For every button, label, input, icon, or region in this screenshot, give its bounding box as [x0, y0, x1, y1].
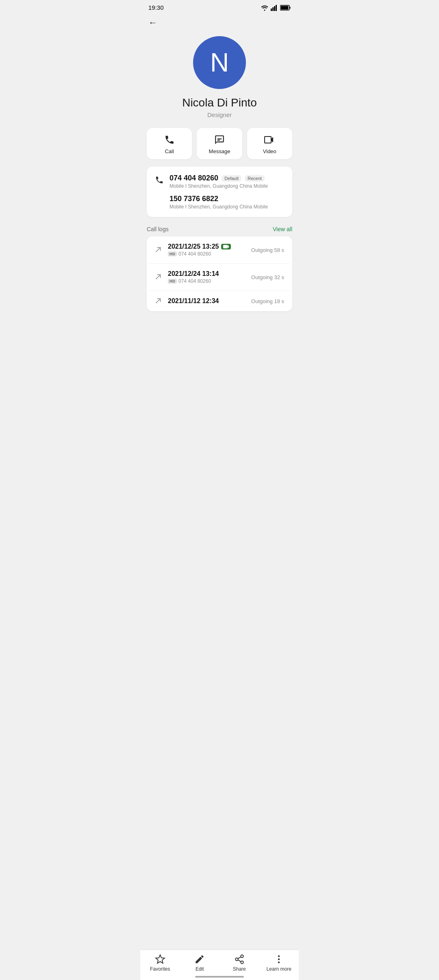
call-log-item-3[interactable]: 2021/11/12 12:34 Outgoing 18 s	[149, 291, 290, 311]
badge-recent: Recent	[245, 175, 265, 182]
battery-icon	[280, 5, 291, 11]
avatar: N	[193, 36, 246, 89]
call-log-card: 2021/12/25 13:25 HD 074 404 80260 Outgoi…	[147, 236, 292, 311]
outgoing-arrow-icon-3	[155, 297, 162, 305]
call-duration-3: Outgoing 18 s	[251, 298, 284, 304]
phone-sub-1: Mobile I Shenzhen, Guangdong China Mobil…	[170, 183, 284, 189]
message-icon	[214, 134, 225, 145]
phone-icon	[164, 134, 175, 145]
outgoing-arrow-icon-1	[155, 246, 162, 254]
phone-number-icon	[155, 176, 164, 184]
action-buttons-row: Call Message Video	[147, 128, 292, 159]
video-button[interactable]: Video	[247, 128, 292, 159]
call-datetime-1: 2021/12/25 13:25	[168, 243, 247, 250]
phone-numbers-info: 074 404 80260 Default Recent Mobile I Sh…	[170, 174, 284, 210]
view-all-button[interactable]: View all	[273, 226, 292, 232]
video-label: Video	[263, 148, 276, 154]
call-number-text-2: 074 404 80260	[178, 278, 211, 284]
call-datetime-2: 2021/12/24 13:14	[168, 270, 247, 278]
call-logs-header: Call logs View all	[140, 224, 299, 236]
phone-number-row-1: 074 404 80260 Default Recent	[170, 174, 284, 182]
phone-entry-1: 074 404 80260 Default Recent Mobile I Sh…	[155, 174, 284, 210]
wifi-icon	[261, 4, 269, 11]
contact-name: Nicola Di Pinto	[140, 96, 299, 109]
call-duration-1: Outgoing 58 s	[251, 247, 284, 253]
call-info-1: 2021/12/25 13:25 HD 074 404 80260	[168, 243, 247, 257]
call-info-3: 2021/11/12 12:34	[168, 297, 247, 305]
svg-rect-7	[217, 139, 222, 139]
svg-rect-8	[217, 140, 220, 141]
svg-rect-6	[281, 6, 289, 9]
avatar-initial: N	[210, 48, 229, 78]
call-info-2: 2021/12/24 13:14 HD 074 404 80260	[168, 270, 247, 284]
status-icons	[261, 4, 291, 11]
back-arrow-icon: ←	[148, 17, 157, 28]
call-number-row-1: HD 074 404 80260	[168, 251, 247, 257]
call-button[interactable]: Call	[147, 128, 192, 159]
message-button[interactable]: Message	[197, 128, 242, 159]
call-log-item-2[interactable]: 2021/12/24 13:14 HD 074 404 80260 Outgoi…	[149, 264, 290, 291]
call-number-row-2: HD 074 404 80260	[168, 278, 247, 284]
status-bar: 19:30	[140, 0, 299, 13]
hd-badge-2: HD	[168, 279, 177, 284]
phone-numbers-card: 074 404 80260 Default Recent Mobile I Sh…	[147, 167, 292, 217]
phone-sub-2: Mobile I Shenzhen, Guangdong China Mobil…	[170, 204, 284, 210]
svg-rect-5	[290, 7, 291, 9]
back-button[interactable]: ←	[140, 13, 299, 32]
call-logs-label: Call logs	[147, 226, 169, 232]
hd-badge-1: HD	[168, 252, 177, 256]
contact-title: Designer	[140, 111, 299, 118]
video-call-badge	[221, 244, 231, 249]
call-label: Call	[165, 148, 174, 154]
message-label: Message	[209, 148, 230, 154]
svg-rect-1	[272, 7, 274, 11]
svg-rect-3	[276, 5, 277, 11]
phone-number-1[interactable]: 074 404 80260	[170, 174, 218, 182]
avatar-section: N	[140, 36, 299, 89]
phone-number-2[interactable]: 150 7376 6822	[170, 195, 284, 203]
signal-icon	[271, 4, 278, 11]
call-duration-2: Outgoing 32 s	[251, 274, 284, 280]
status-time: 19:30	[148, 4, 164, 11]
call-log-item-1[interactable]: 2021/12/25 13:25 HD 074 404 80260 Outgoi…	[149, 236, 290, 264]
call-datetime-3: 2021/11/12 12:34	[168, 297, 247, 305]
svg-rect-2	[274, 6, 275, 11]
video-icon	[264, 134, 275, 145]
call-number-text-1: 074 404 80260	[178, 251, 211, 257]
svg-rect-0	[271, 9, 272, 11]
badge-default: Default	[222, 175, 241, 182]
phone-icon-wrap	[155, 176, 164, 184]
outgoing-arrow-icon-2	[155, 273, 162, 281]
